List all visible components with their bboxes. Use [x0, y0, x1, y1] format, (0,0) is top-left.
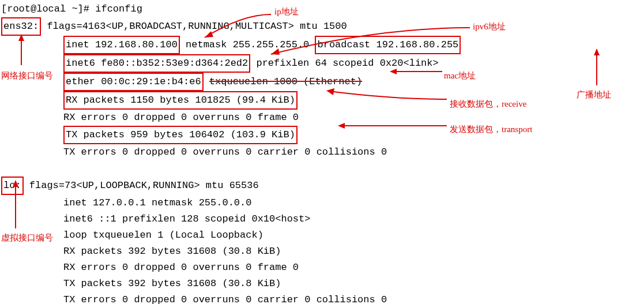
ens32-ether-line: ether 00:0c:29:1e:b4:e6 txqueuelen 1000 …: [1, 73, 644, 91]
ann-net-iface-num: 网络接口编号: [1, 67, 53, 84]
ens32-rx-pkts-line: RX packets 1150 bytes 101825 (99.4 KiB): [1, 91, 644, 110]
ens32-rx-pkts: RX packets 1150 bytes 101825 (99.4 KiB): [63, 91, 297, 110]
iface-name-ens32: ens32:: [1, 17, 41, 36]
ens32-tx-pkts: TX packets 959 bytes 106402 (103.9 KiB): [63, 126, 297, 144]
lo-tx-pkts-line: TX packets 392 bytes 31608 (30.8 KiB): [1, 276, 644, 292]
ann-ipv6-addr: ipv6地址: [473, 18, 506, 35]
ann-broadcast-addr: 广播地址: [577, 87, 611, 103]
lo-flags: flags=73<UP,LOOPBACK,RUNNING> mtu 65536: [29, 180, 259, 191]
lo-inet6-line: inet6 ::1 prefixlen 128 scopeid 0x10<hos…: [1, 211, 644, 227]
ens32-tx-err-line: TX errors 0 dropped 0 overruns 0 carrier…: [1, 144, 644, 160]
lo-loop-line: loop txqueuelen 1 (Local Loopback): [1, 227, 644, 243]
ann-mac-addr: mac地址: [444, 67, 476, 84]
ann-tx-label: 发送数据包，transport: [450, 121, 532, 137]
ens32-inet6-line: inet6 fe80::b352:53e9:d364:2ed2 prefixle…: [1, 54, 644, 73]
lo-inet-line: inet 127.0.0.1 netmask 255.0.0.0: [1, 195, 644, 211]
lo-flags-line: lo: flags=73<UP,LOOPBACK,RUNNING> mtu 65…: [1, 177, 644, 195]
iface-name-lo: lo:: [1, 177, 24, 195]
ann-ip-addr: ip地址: [274, 3, 299, 20]
ens32-tx-pkts-line: TX packets 959 bytes 106402 (103.9 KiB): [1, 126, 644, 144]
ens32-inet: inet 192.168.80.100: [63, 36, 180, 54]
ens32-txqueue: txqueuelen 1000 (Ethernet): [209, 76, 362, 87]
blank-line: [1, 160, 644, 177]
lo-rx-pkts-line: RX packets 392 bytes 31608 (30.8 KiB): [1, 243, 644, 260]
ens32-inet-line: inet 192.168.80.100 netmask 255.255.255.…: [1, 36, 644, 54]
ens32-inet6: inet6 fe80::b352:53e9:d364:2ed2: [63, 54, 250, 73]
ens32-netmask: netmask 255.255.255.0: [186, 39, 315, 50]
prompt-line: [root@local ~]# ifconfig: [1, 1, 644, 17]
lo-tx-err-line: TX errors 0 dropped 0 overruns 0 carrier…: [1, 292, 644, 304]
ann-rx-label: 接收数据包，receive: [450, 96, 526, 112]
ens32-ether: ether 00:0c:29:1e:b4:e6: [63, 73, 204, 91]
ann-virtual-iface-num: 虚拟接口编号: [1, 230, 53, 246]
lo-rx-err-line: RX errors 0 dropped 0 overruns 0 frame 0: [1, 260, 644, 276]
ens32-broadcast: broadcast 192.168.80.255: [315, 36, 461, 54]
ens32-flags: flags=4163<UP,BROADCAST,RUNNING,MULTICAS…: [47, 21, 347, 32]
ens32-inet6-rest: prefixlen 64 scopeid 0x20<link>: [256, 58, 438, 69]
shell-prompt: [root@local ~]# ifconfig: [1, 3, 142, 14]
ens32-rx-err-line: RX errors 0 dropped 0 overruns 0 frame 0: [1, 110, 644, 126]
ens32-flags-line: ens32: flags=4163<UP,BROADCAST,RUNNING,M…: [1, 17, 644, 36]
